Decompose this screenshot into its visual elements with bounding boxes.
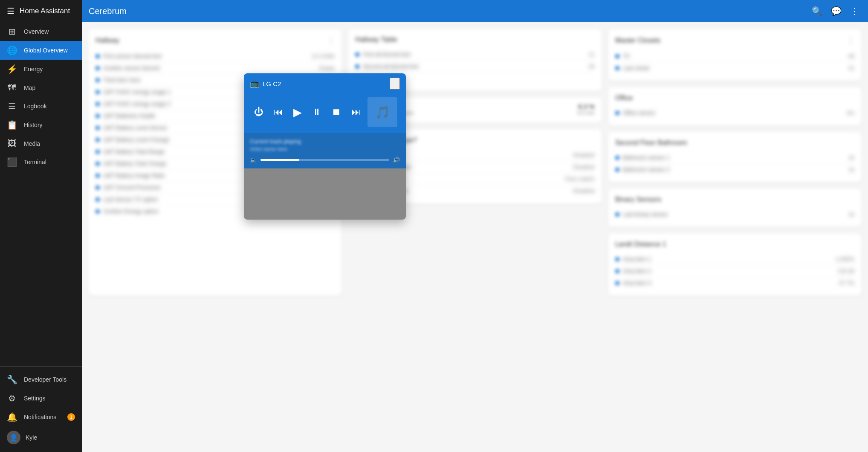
office-item-1: Office sensor 4m [615, 107, 854, 119]
item-name: First alt blurred text [363, 51, 585, 58]
status-dot [95, 185, 100, 190]
status-dot [355, 64, 359, 69]
item-value: Disabled [573, 152, 595, 158]
sidebar-header: ☰ Home Assistant [0, 0, 82, 22]
status-dot [95, 174, 100, 178]
hallway-item-2: Another sensor blurred Power [95, 62, 335, 74]
item-value: 46 [848, 53, 854, 59]
item-name: Another sensor blurred [103, 65, 315, 71]
landt-item-3: Area item 3 37.7% [615, 277, 854, 289]
binary-sensors-card-title: Binary Sensors [615, 196, 854, 203]
sidebar-item-notifications[interactable]: 🔔 Notifications 1 [0, 408, 82, 426]
status-dot [95, 66, 100, 70]
play-button[interactable]: ▶ [292, 104, 304, 121]
terminal-icon: ⬛ [7, 157, 17, 167]
logbook-icon: ☰ [7, 101, 17, 111]
media-controls: ⏻ ⏮ ▶ ⏸ ⏹ ⏭ 🎵 [244, 94, 406, 133]
status-dot [615, 156, 619, 160]
avatar-emoji: 👤 [9, 434, 18, 442]
status-dot [615, 54, 619, 58]
media-source-section [244, 168, 406, 220]
user-avatar: 👤 [7, 431, 20, 444]
status-dot [615, 269, 619, 273]
item-name: Bathroom sensor 1 [623, 154, 845, 161]
second-floor-bathroom-card: Second Floor Bathroom Bathroom sensor 1 … [608, 132, 861, 182]
binary-item-1: Last binary sensor 1k [615, 209, 854, 220]
sidebar-item-energy[interactable]: ⚡ Energy [0, 60, 82, 78]
sidebar-item-overview[interactable]: ⊞ Overview [0, 22, 82, 41]
topbar-actions: 🔍 💬 ⋮ [809, 3, 861, 19]
sidebar-item-developer-tools[interactable]: 🔧 Developer Tools [0, 370, 82, 389]
status-dot [95, 126, 100, 130]
sidebar-item-settings[interactable]: ⚙ Settings [0, 389, 82, 408]
item-name: Bathroom sensor 2 [623, 166, 845, 173]
power-button[interactable]: ⏻ [252, 105, 265, 119]
cloudy-value: 6.3 % [578, 103, 595, 110]
item-name: Last closet [623, 65, 845, 71]
history-icon: 📋 [7, 120, 17, 130]
media-track-title: Current track playing [250, 138, 400, 145]
master-closets-more-button[interactable]: ⋮ [847, 36, 854, 45]
item-name: Last binary sensor [623, 211, 845, 217]
media-progress-bar[interactable] [260, 159, 389, 161]
chat-button[interactable]: 💬 [828, 3, 844, 19]
sidebar-item-history-label: History [24, 122, 43, 128]
master-closets-card: Master Closets ⋮ TV 46 Last closet 41 [608, 29, 861, 81]
previous-button[interactable]: ⏮ [272, 105, 285, 119]
cloudy-value2: 6.0 mm [578, 110, 595, 116]
sidebar-item-terminal-label: Terminal [24, 159, 46, 165]
sidebar-item-energy-label: Energy [24, 66, 43, 72]
sidebar-item-global-overview-label: Global Overview [24, 47, 68, 54]
stop-button[interactable]: ⏹ [330, 105, 343, 119]
map-icon: 🗺 [7, 83, 17, 93]
status-dot [615, 168, 619, 172]
status-dot [615, 111, 619, 115]
search-button[interactable]: 🔍 [809, 3, 825, 19]
pause-button[interactable]: ⏸ [310, 105, 323, 119]
sidebar-item-global-overview[interactable]: 🌐 Global Overview [0, 41, 82, 60]
media-track-sub: Artist name here [250, 146, 400, 152]
hallway-card-title: Hallway ⋮ [95, 36, 335, 45]
media-player-more-button[interactable]: ⋮ [390, 78, 400, 90]
more-button[interactable]: ⋮ [848, 3, 861, 19]
status-dot [355, 52, 359, 57]
topbar: Cerebrum 🔍 💬 ⋮ [82, 0, 868, 22]
media-player-header: 📺 LG C2 ⋮ [244, 73, 406, 94]
landt-distance-card: Landt Distance 1 Area item 1 1,056% Area… [608, 234, 861, 296]
sidebar-nav: ⊞ Overview 🌐 Global Overview ⚡ Energy 🗺 … [0, 22, 82, 366]
item-value: Floor switch [565, 176, 594, 182]
status-dot [95, 150, 100, 154]
second-floor-bathroom-card-title: Second Floor Bathroom [615, 139, 854, 147]
sidebar-item-media[interactable]: 🖼 Media [0, 134, 82, 153]
volume-icon: 🔈 [250, 156, 257, 163]
media-player-title-row: 📺 LG C2 [250, 79, 281, 88]
item-name: Office sensor [623, 110, 843, 116]
sidebar-item-map-label: Map [24, 84, 35, 91]
media-icon: 🖼 [7, 139, 17, 148]
sidebar-item-history[interactable]: 📋 History [0, 116, 82, 134]
hallway-more-button[interactable]: ⋮ [327, 36, 335, 45]
media-player-title: LG C2 [263, 80, 281, 87]
item-name: First sensor blurred text [103, 53, 308, 59]
sidebar-item-terminal[interactable]: ⬛ Terminal [0, 153, 82, 171]
sidebar-item-settings-label: Settings [24, 395, 46, 402]
sidebar-item-map[interactable]: 🗺 Map [0, 78, 82, 97]
status-dot [95, 197, 100, 202]
media-thumbnail: 🎵 [367, 97, 397, 127]
bathroom-item-2: Bathroom sensor 2 1k [615, 164, 854, 175]
media-progress-fill [260, 159, 299, 161]
sidebar-item-logbook[interactable]: ☰ Logbook [0, 97, 82, 116]
user-profile[interactable]: 👤 Kyle [0, 426, 82, 449]
item-value: 133.36 [837, 268, 854, 274]
next-button[interactable]: ⏭ [350, 105, 362, 119]
app-title: Home Assistant [20, 7, 70, 15]
page-title: Cerebrum [89, 6, 809, 16]
item-name: TV [623, 53, 845, 59]
content-area: Hallway ⋮ First sensor blurred text 12.3… [82, 22, 868, 452]
item-value: 41 [848, 65, 854, 71]
menu-icon[interactable]: ☰ [7, 6, 14, 16]
status-dot [615, 212, 619, 217]
main-content: Cerebrum 🔍 💬 ⋮ Hallway ⋮ First sensor bl… [82, 0, 868, 452]
media-player-card: 📺 LG C2 ⋮ ⏻ ⏮ ▶ ⏸ ⏹ ⏭ [244, 73, 406, 220]
item-value: 4k [589, 63, 595, 70]
